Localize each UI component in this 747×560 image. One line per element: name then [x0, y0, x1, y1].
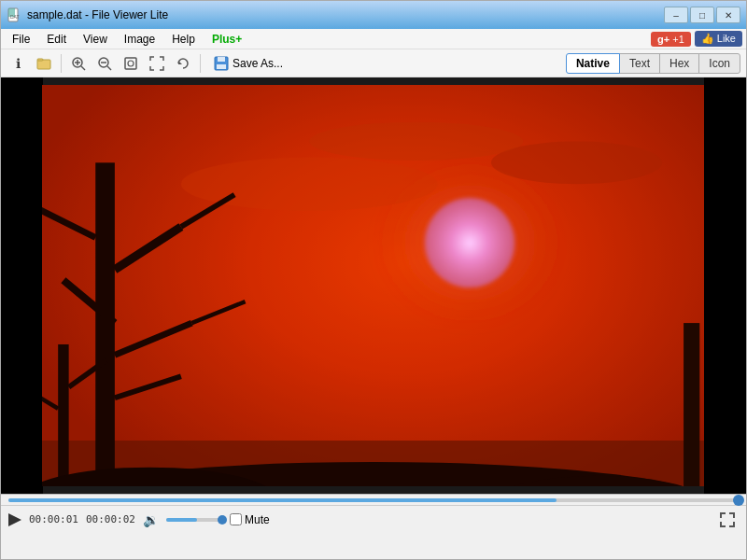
zoom-out-icon — [97, 56, 112, 71]
svg-rect-16 — [218, 57, 225, 62]
save-as-button[interactable]: Save As... — [206, 54, 290, 73]
svg-rect-4 — [37, 59, 43, 61]
fullscreen-toolbar-icon — [149, 56, 164, 71]
zoom-in-icon — [71, 56, 86, 71]
fit-button[interactable] — [120, 53, 142, 74]
svg-point-13 — [128, 61, 134, 66]
view-tabs: Native Text Hex Icon — [567, 53, 740, 74]
open-button[interactable] — [33, 53, 55, 74]
menu-right-buttons: g+ +1 👍 Like — [651, 31, 742, 47]
tab-hex[interactable]: Hex — [659, 53, 699, 74]
facebook-like-button[interactable]: 👍 Like — [695, 31, 742, 47]
svg-rect-17 — [217, 64, 226, 69]
right-letterbox — [704, 77, 746, 494]
playback-controls: 00:00:01 00:00:02 🔉 Mute — [1, 505, 746, 533]
menu-help[interactable]: Help — [164, 31, 203, 48]
zoom-out-button[interactable] — [93, 53, 116, 74]
svg-text:DAT: DAT — [10, 14, 20, 20]
seek-bar-fill — [8, 498, 557, 502]
title-left: DAT sample.dat - File Viewer Lite — [7, 7, 168, 22]
svg-line-10 — [107, 66, 111, 70]
volume-icon[interactable]: 🔉 — [143, 512, 159, 527]
svg-rect-34 — [58, 344, 68, 486]
window-controls: – □ ✕ — [664, 7, 740, 23]
save-as-label: Save As... — [233, 57, 283, 70]
seek-bar-container[interactable] — [1, 495, 746, 506]
svg-rect-48 — [720, 522, 722, 527]
volume-thumb[interactable] — [218, 515, 227, 525]
toolbar: ℹ — [1, 49, 746, 77]
zoom-in-button[interactable] — [67, 53, 90, 74]
info-icon: ℹ — [16, 56, 21, 71]
menu-view[interactable]: View — [76, 31, 115, 48]
tab-native[interactable]: Native — [566, 53, 620, 74]
volume-slider[interactable] — [166, 518, 222, 522]
video-area — [42, 85, 705, 486]
left-letterbox — [1, 77, 43, 494]
google-plus-button[interactable]: g+ +1 — [651, 32, 691, 47]
refresh-icon — [176, 56, 190, 71]
save-icon — [214, 56, 229, 71]
seek-bar-area — [1, 494, 746, 505]
current-time: 00:00:01 — [29, 513, 78, 525]
menu-plus[interactable]: Plus+ — [204, 31, 249, 48]
fullscreen-toolbar-button[interactable] — [146, 53, 168, 74]
tab-icon[interactable]: Icon — [698, 53, 740, 74]
svg-line-6 — [81, 66, 85, 70]
toolbar-sep-2 — [200, 54, 201, 73]
svg-point-21 — [425, 198, 514, 287]
total-time: 00:00:02 — [86, 513, 135, 525]
toolbar-sep-1 — [61, 54, 62, 73]
like-icon: 👍 — [701, 33, 714, 44]
tab-text[interactable]: Text — [619, 53, 660, 74]
fit-icon — [123, 56, 138, 71]
svg-point-24 — [309, 122, 523, 161]
svg-rect-50 — [733, 522, 735, 527]
title-bar: DAT sample.dat - File Viewer Lite – □ ✕ — [1, 1, 746, 29]
maximize-button[interactable]: □ — [690, 7, 714, 23]
gplus-icon: g+ — [657, 34, 669, 45]
app-icon: DAT — [7, 7, 21, 22]
menu-edit[interactable]: Edit — [39, 31, 74, 48]
gplus-label: +1 — [672, 34, 684, 45]
play-button[interactable] — [8, 513, 21, 526]
like-label: Like — [717, 33, 736, 44]
video-frame — [42, 85, 705, 486]
menu-file[interactable]: File — [5, 31, 37, 48]
fullscreen-button[interactable] — [716, 510, 739, 530]
seek-bar-track[interactable] — [8, 498, 739, 502]
menu-image[interactable]: Image — [117, 31, 162, 48]
main-content — [1, 77, 746, 494]
mute-label[interactable]: Mute — [245, 513, 270, 526]
info-button[interactable]: ℹ — [7, 53, 29, 74]
volume-fill — [166, 518, 197, 522]
svg-rect-12 — [125, 58, 136, 69]
svg-rect-46 — [733, 512, 735, 518]
seek-thumb[interactable] — [733, 495, 744, 506]
mute-control[interactable]: Mute — [230, 513, 270, 526]
fullscreen-icon — [718, 511, 737, 529]
svg-rect-37 — [684, 323, 699, 486]
window-title: sample.dat - File Viewer Lite — [27, 8, 168, 21]
minimize-button[interactable]: – — [664, 7, 688, 23]
menu-bar: File Edit View Image Help Plus+ g+ +1 👍 … — [1, 29, 746, 49]
svg-rect-44 — [720, 512, 722, 518]
refresh-button[interactable] — [172, 53, 194, 74]
mute-checkbox[interactable] — [230, 513, 242, 525]
close-button[interactable]: ✕ — [716, 7, 740, 23]
open-icon — [36, 56, 51, 71]
